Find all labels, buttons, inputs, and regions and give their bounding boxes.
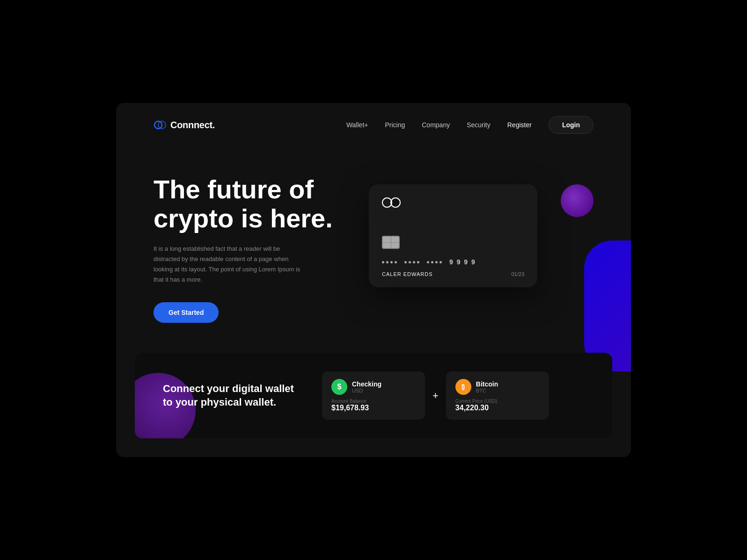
wallet-cards: $ Checking USD Account Balance $19,678.9… xyxy=(322,371,549,420)
nav-company[interactable]: Company xyxy=(422,121,450,129)
bitcoin-price-label: Current Price (USD) xyxy=(455,399,497,404)
bitcoin-info: Bitcoin BTC xyxy=(476,380,498,393)
chip-cell xyxy=(391,237,399,242)
card-chip xyxy=(382,236,524,249)
dot xyxy=(395,261,397,263)
dot-group-1 xyxy=(382,261,397,263)
bitcoin-currency: BTC xyxy=(476,388,498,393)
card-last-digits: 9 9 9 9 xyxy=(449,258,476,266)
plus-symbol: + xyxy=(432,390,439,402)
balance-label-group: Account Balance $19,678.93 xyxy=(331,399,369,412)
dot-group-3 xyxy=(427,261,442,263)
page-container: Connnect. Wallet+ Pricing Company Securi… xyxy=(116,103,631,457)
card-holder-name: CALER EDWARDS xyxy=(382,271,433,277)
checking-name: Checking xyxy=(352,380,381,388)
logo-icon xyxy=(154,118,167,131)
nav-pricing[interactable]: Pricing xyxy=(385,121,405,129)
bitcoin-wallet-card: ₿ Bitcoin BTC Current Price (USD) 34,220… xyxy=(446,371,549,420)
chip-cell xyxy=(383,237,391,242)
dot xyxy=(431,261,433,263)
nav-register[interactable]: Register xyxy=(507,121,532,129)
get-started-button[interactable]: Get Started xyxy=(154,302,219,323)
bitcoin-balance-row: Current Price (USD) 34,220.30 xyxy=(455,399,540,412)
checking-balance-value: $19,678.93 xyxy=(331,404,369,412)
dot xyxy=(417,261,419,263)
checking-card-top: $ Checking USD xyxy=(331,379,416,395)
card-area: 9 9 9 9 CALER EDWARDS 01/23 xyxy=(369,184,537,287)
dot xyxy=(427,261,429,263)
checking-info: Checking USD xyxy=(352,380,381,393)
hero-section: The future of crypto is here. It is a lo… xyxy=(116,147,631,353)
chip-cell xyxy=(383,243,391,248)
nav-links: Wallet+ Pricing Company Security Registe… xyxy=(346,116,593,134)
checking-wallet-card: $ Checking USD Account Balance $19,678.9… xyxy=(322,371,425,420)
usd-icon: $ xyxy=(331,379,347,395)
bottom-section: Connect your digital wallet to your phys… xyxy=(135,353,612,438)
bitcoin-price-group: Current Price (USD) 34,220.30 xyxy=(455,399,497,412)
card-footer: CALER EDWARDS 01/23 xyxy=(382,271,524,277)
dot xyxy=(413,261,415,263)
checking-balance-row: Account Balance $19,678.93 xyxy=(331,399,416,412)
dot xyxy=(409,261,411,263)
card-expiry: 01/23 xyxy=(511,271,524,277)
logo-area: Connnect. xyxy=(154,118,215,131)
hero-title: The future of crypto is here. xyxy=(154,175,350,233)
hero-description: It is a long established fact that a rea… xyxy=(154,244,303,285)
bitcoin-price-value: 34,220.30 xyxy=(455,404,497,412)
card-logo xyxy=(382,197,524,208)
nav-wallet-plus[interactable]: Wallet+ xyxy=(346,121,368,129)
navbar: Connnect. Wallet+ Pricing Company Securi… xyxy=(116,103,631,147)
login-button[interactable]: Login xyxy=(549,116,593,134)
chip-cell xyxy=(391,243,399,248)
chip-block xyxy=(382,236,400,249)
bottom-tagline: Connect your digital wallet to your phys… xyxy=(163,382,294,409)
btc-icon: ₿ xyxy=(455,379,471,395)
dot xyxy=(390,261,393,263)
bitcoin-card-top: ₿ Bitcoin BTC xyxy=(455,379,540,395)
dot xyxy=(404,261,407,263)
dot xyxy=(439,261,442,263)
bitcoin-name: Bitcoin xyxy=(476,380,498,388)
dot xyxy=(382,261,384,263)
nav-security[interactable]: Security xyxy=(467,121,491,129)
dot-group-2 xyxy=(404,261,419,263)
dot xyxy=(435,261,438,263)
checking-balance-label: Account Balance xyxy=(331,399,369,404)
dot xyxy=(386,261,388,263)
card-number-row: 9 9 9 9 xyxy=(382,258,524,266)
credit-card: 9 9 9 9 CALER EDWARDS 01/23 xyxy=(369,184,537,287)
card-logo-circle1 xyxy=(382,197,392,208)
logo-text: Connnect. xyxy=(170,120,215,131)
checking-currency: USD xyxy=(352,388,381,393)
